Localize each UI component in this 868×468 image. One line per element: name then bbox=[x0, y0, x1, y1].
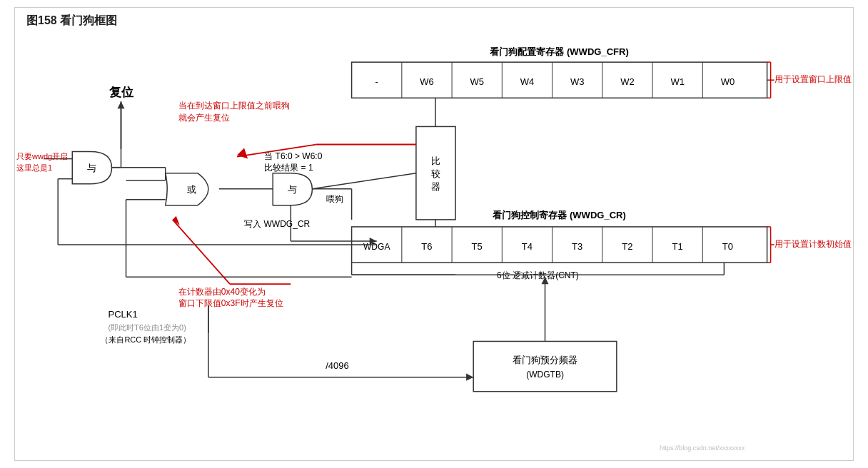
svg-text:T0: T0 bbox=[722, 241, 733, 252]
svg-text:复位: 复位 bbox=[109, 86, 134, 99]
svg-text:W6: W6 bbox=[420, 76, 434, 87]
svg-text:较: 较 bbox=[431, 168, 440, 179]
diagram-title: 图158 看门狗框图 bbox=[26, 14, 117, 26]
svg-marker-54 bbox=[117, 101, 124, 108]
svg-text:这里总是1: 这里总是1 bbox=[16, 163, 52, 172]
svg-text:W3: W3 bbox=[570, 76, 585, 87]
svg-text:T5: T5 bbox=[472, 241, 483, 252]
svg-text:当 T6:0 > W6:0: 当 T6:0 > W6:0 bbox=[264, 151, 323, 161]
svg-text:看门狗配置寄存器 (WWDG_CFR): 看门狗配置寄存器 (WWDG_CFR) bbox=[489, 46, 628, 57]
svg-line-60 bbox=[352, 189, 416, 220]
svg-text:只要wwdg开启: 只要wwdg开启 bbox=[16, 152, 68, 161]
svg-text:/4096: /4096 bbox=[326, 360, 349, 371]
svg-text:（来自RCC 时钟控制器）: （来自RCC 时钟控制器） bbox=[101, 335, 191, 344]
svg-text:用于设置窗口上限值: 用于设置窗口上限值 bbox=[774, 74, 852, 84]
svg-line-61 bbox=[312, 173, 415, 189]
diagram-svg: - W6 W5 W4 W3 W2 W1 W0 看门狗配置寄存器 (WWDG_CF… bbox=[15, 31, 853, 458]
svg-text:喂狗: 喂狗 bbox=[326, 194, 343, 204]
svg-text:与: 与 bbox=[288, 184, 297, 195]
diagram-area: - W6 W5 W4 W3 W2 W1 W0 看门狗配置寄存器 (WWDG_CF… bbox=[15, 31, 853, 458]
svg-text:T1: T1 bbox=[672, 241, 683, 252]
svg-line-80 bbox=[173, 220, 230, 284]
svg-text:看门狗预分频器: 看门狗预分频器 bbox=[513, 355, 577, 365]
svg-marker-77 bbox=[237, 148, 248, 159]
svg-text:窗口下限值0x3F时产生复位: 窗口下限值0x3F时产生复位 bbox=[178, 298, 283, 308]
svg-text:T3: T3 bbox=[572, 241, 582, 252]
diagram-wrapper: 图158 看门狗框图 - W6 W5 W4 W bbox=[14, 7, 854, 461]
svg-text:或: 或 bbox=[187, 184, 196, 195]
svg-text:看门狗控制寄存器 (WWDG_CR): 看门狗控制寄存器 (WWDG_CR) bbox=[492, 210, 626, 220]
svg-text:器: 器 bbox=[431, 181, 440, 192]
svg-text:T6: T6 bbox=[421, 241, 432, 252]
svg-text:就会产生复位: 就会产生复位 bbox=[178, 113, 230, 123]
svg-rect-82 bbox=[473, 341, 617, 391]
svg-text:WDGA: WDGA bbox=[363, 242, 390, 252]
title-area: 图158 看门狗框图 bbox=[15, 8, 853, 31]
svg-text:https://blog.csdn.net/xxxxxxxx: https://blog.csdn.net/xxxxxxxx bbox=[660, 444, 745, 452]
svg-text:6位 逻减计数器(CNT): 6位 逻减计数器(CNT) bbox=[497, 270, 579, 280]
svg-rect-0 bbox=[352, 62, 767, 98]
svg-text:W5: W5 bbox=[470, 76, 484, 87]
svg-text:用于设置计数初始值: 用于设置计数初始值 bbox=[774, 239, 852, 249]
svg-text:比: 比 bbox=[431, 156, 440, 166]
svg-text:在计数器由0x40变化为: 在计数器由0x40变化为 bbox=[178, 287, 266, 297]
svg-text:写入 WWDG_CR: 写入 WWDG_CR bbox=[244, 219, 310, 229]
svg-text:当在到达窗口上限值之前喂狗: 当在到达窗口上限值之前喂狗 bbox=[178, 101, 290, 111]
page-container: 图158 看门狗框图 - W6 W5 W4 W bbox=[0, 0, 868, 468]
svg-text:T2: T2 bbox=[622, 241, 632, 252]
svg-text:(WDGTB): (WDGTB) bbox=[526, 370, 564, 380]
svg-text:PCLK1: PCLK1 bbox=[108, 309, 137, 320]
svg-text:W1: W1 bbox=[670, 76, 685, 87]
svg-marker-86 bbox=[466, 374, 473, 381]
svg-text:与: 与 bbox=[87, 163, 96, 173]
svg-text:比较结果 = 1: 比较结果 = 1 bbox=[264, 163, 313, 173]
svg-text:-: - bbox=[375, 76, 378, 87]
svg-text:W2: W2 bbox=[620, 76, 635, 87]
svg-text:W0: W0 bbox=[721, 76, 735, 87]
svg-text:(即此时T6位由1变为0): (即此时T6位由1变为0) bbox=[108, 323, 186, 332]
svg-text:W4: W4 bbox=[520, 76, 535, 87]
svg-text:T4: T4 bbox=[522, 241, 533, 252]
svg-rect-20 bbox=[352, 227, 767, 263]
